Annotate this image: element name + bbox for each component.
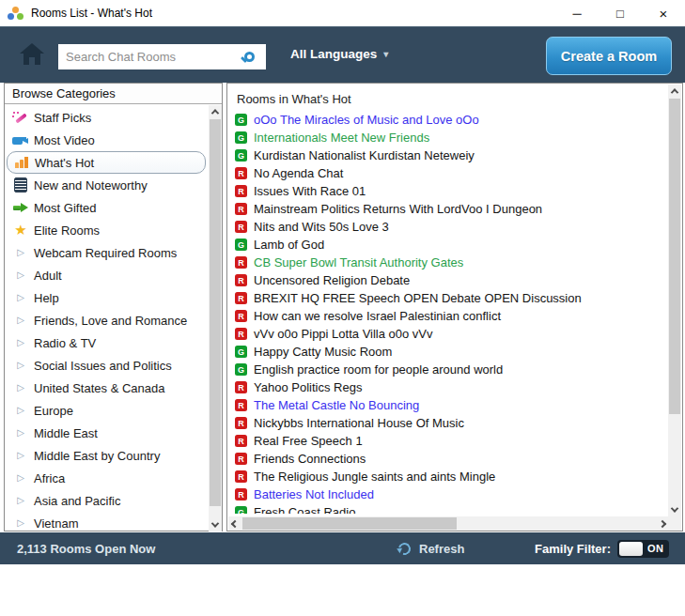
expand-triangle-icon [11, 403, 30, 418]
room-row[interactable]: R Real Free Speech 1 [227, 432, 667, 450]
room-row[interactable]: R Batteries Not Included [227, 485, 667, 503]
room-row[interactable]: R CB Super Bowl Transit Authority Gates [227, 254, 667, 271]
family-filter: Family Filter: ON [535, 532, 669, 564]
scroll-right-arrow[interactable] [656, 516, 669, 531]
sidebar-category-item[interactable]: Most Video [7, 129, 206, 151]
refresh-button[interactable]: Refresh [398, 532, 464, 564]
room-rating-badge: R [235, 274, 247, 286]
bar-chart-icon [12, 155, 31, 170]
home-icon[interactable] [20, 43, 44, 66]
create-room-button[interactable]: Create a Room [546, 37, 672, 75]
room-row[interactable]: R BREXIT HQ FREE Speech OPEN Debate OPEN… [227, 289, 667, 307]
room-rating-badge: R [235, 292, 247, 304]
chevron-down-icon [211, 519, 219, 527]
room-rating-badge: R [235, 185, 247, 197]
refresh-label: Refresh [419, 542, 464, 556]
sidebar-category-item[interactable]: Friends, Love and Romance [7, 309, 206, 331]
category-label: Adult [34, 269, 62, 283]
room-row[interactable]: R The Metal Castle No Bouncing [227, 396, 667, 414]
room-name: Nickybbs International House Of Music [254, 416, 464, 430]
family-filter-label: Family Filter: [535, 542, 611, 556]
room-name: Yahoo Politics Regs [254, 380, 362, 394]
room-row[interactable]: G English practice room for people aroun… [227, 361, 667, 378]
room-row[interactable]: R Friends Connections [227, 450, 667, 468]
room-row[interactable]: R No Agenda Chat [227, 164, 667, 182]
room-row[interactable]: G Internationals Meet New Friends [227, 129, 667, 146]
category-label: Middle East by Country [34, 449, 160, 463]
room-name: Real Free Speech 1 [254, 434, 363, 448]
category-label: Africa [34, 471, 65, 485]
room-row[interactable]: G Fresh Coast Radio [227, 503, 667, 514]
sidebar-category-item[interactable]: United States & Canada [7, 377, 206, 399]
sidebar-category-item[interactable]: Radio & TV [7, 331, 206, 354]
room-row[interactable]: G oOo The Miracles of Music and Love oOo [227, 111, 667, 129]
room-row[interactable]: R Nickybbs International House Of Music [227, 414, 667, 432]
room-row[interactable]: R Issues With Race 01 [227, 182, 667, 200]
room-row[interactable]: R How can we resolve Israel Palestinian … [227, 307, 667, 325]
scrollbar-thumb[interactable] [669, 99, 680, 414]
close-button[interactable]: × [642, 0, 685, 26]
scroll-down-arrow[interactable] [668, 503, 681, 516]
category-label: Asia and Pacific [34, 494, 121, 508]
toolbar: All Languages ▾ Create a Room [0, 26, 685, 83]
expand-triangle-icon [11, 245, 30, 260]
room-name: BREXIT HQ FREE Speech OPEN Debate OPEN D… [254, 291, 582, 305]
room-row[interactable]: G Lamb of God [227, 236, 667, 254]
sidebar-category-item[interactable]: What's Hot [7, 151, 206, 174]
room-name: How can we resolve Israel Palestinian co… [254, 309, 501, 323]
room-row[interactable]: R Uncensored Religion Debate [227, 271, 667, 289]
sidebar-category-item[interactable]: Staff Picks [7, 106, 206, 129]
room-row[interactable]: R Nits and Wits 50s Love 3 [227, 218, 667, 236]
room-rating-badge: G [235, 114, 247, 126]
scroll-down-arrow[interactable] [209, 518, 222, 531]
room-rating-badge: R [235, 328, 247, 340]
room-row[interactable]: R The Religious Jungle saints and aints … [227, 468, 667, 485]
window-controls: ─ □ × [555, 0, 685, 26]
sidebar-category-item[interactable]: Middle East by Country [7, 444, 206, 467]
expand-triangle-icon [11, 380, 30, 395]
sidebar-category-item[interactable]: Help [7, 286, 206, 309]
scrollbar-thumb[interactable] [210, 119, 221, 506]
sidebar-category-item[interactable]: New and Noteworthy [7, 174, 206, 196]
chevron-right-icon [659, 519, 666, 527]
room-name: Internationals Meet New Friends [254, 131, 429, 145]
rooms-horizontal-scrollbar[interactable] [228, 516, 669, 531]
sidebar-category-item[interactable]: Africa [7, 467, 206, 489]
room-name: Issues With Race 01 [254, 184, 366, 198]
room-rating-badge: R [235, 310, 247, 322]
language-dropdown-label: All Languages [290, 47, 377, 61]
sidebar-category-item[interactable]: Middle East [7, 422, 206, 444]
scroll-up-arrow[interactable] [668, 85, 681, 98]
scroll-up-arrow[interactable] [209, 105, 222, 118]
chevron-up-icon [671, 88, 678, 96]
sidebar-category-item[interactable]: Adult [7, 264, 206, 286]
sidebar-category-item[interactable]: Europe [7, 399, 206, 422]
language-dropdown[interactable]: All Languages ▾ [290, 47, 388, 61]
room-row[interactable]: G Kurdistan Nationalist Kurdistan Netewe… [227, 146, 667, 164]
scroll-left-arrow[interactable] [228, 516, 241, 531]
search-input[interactable] [58, 44, 244, 69]
room-row[interactable]: G Happy Catty Music Room [227, 343, 667, 361]
title-bar: Rooms List - What's Hot ─ □ × [0, 0, 685, 26]
rooms-vertical-scrollbar[interactable] [668, 85, 681, 516]
room-row[interactable]: R Mainstream Politics Returns With LordV… [227, 200, 667, 218]
room-rating-badge: R [235, 221, 247, 233]
sidebar-category-item[interactable]: Asia and Pacific [7, 489, 206, 512]
status-bar: 2,113 Rooms Open Now Refresh Family Filt… [0, 532, 685, 564]
scrollbar-thumb[interactable] [242, 517, 457, 530]
maximize-button[interactable]: □ [599, 0, 642, 26]
sidebar-category-item[interactable]: Webcam Required Rooms [7, 241, 206, 264]
family-filter-toggle[interactable]: ON [617, 540, 669, 558]
room-row[interactable]: R vVv o0o Pippi Lotta Villa o0o vVv [227, 325, 667, 343]
minimize-button[interactable]: ─ [555, 0, 599, 26]
room-row[interactable]: R Yahoo Politics Regs [227, 378, 667, 396]
sidebar-category-item[interactable]: Social Issues and Politics [7, 354, 206, 377]
room-rating-badge: R [235, 203, 247, 215]
sidebar-scrollbar[interactable] [209, 105, 222, 531]
room-list: G oOo The Miracles of Music and Love oOo… [227, 111, 667, 514]
sidebar-category-item[interactable]: Vietnam [7, 512, 206, 531]
sidebar-category-item[interactable]: Elite Rooms [7, 219, 206, 241]
sidebar-category-item[interactable]: Most Gifted [7, 196, 206, 219]
wand-icon [11, 110, 30, 125]
search-icon[interactable] [244, 52, 255, 62]
